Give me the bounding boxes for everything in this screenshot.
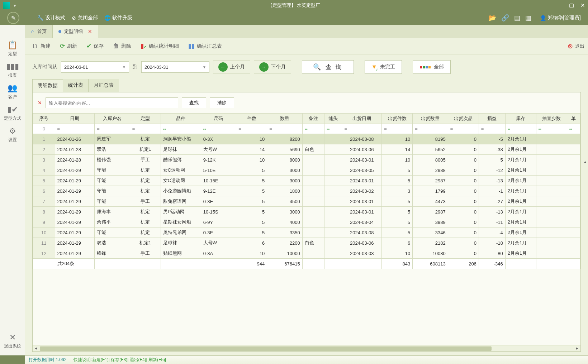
filter-cell[interactable]: = — [236, 124, 267, 134]
tab-detail-data[interactable]: 明细数据 — [32, 79, 63, 92]
filter-cell[interactable]: = — [479, 124, 505, 134]
statusbar: 打开数据用时:1.062 快捷说明:新建(F1)| 保存(F3)| 退出(F4)… — [25, 355, 588, 364]
filter-cell[interactable]: 0 — [33, 124, 55, 134]
close-circle-icon: ⊗ — [568, 42, 573, 50]
tab-home[interactable]: ⌂首页 — [25, 25, 53, 38]
minimize-button[interactable]: — — [557, 2, 563, 9]
new-button[interactable]: 🗋新建 — [29, 40, 54, 52]
tab-close-icon[interactable]: ✕ — [88, 29, 92, 34]
close-button[interactable]: ✕ — [580, 2, 585, 9]
sidebar-shaping[interactable]: 📋定型 — [0, 38, 25, 59]
app-menu-dropdown[interactable]: ▾ — [14, 3, 16, 8]
tab-monthly[interactable]: 月汇总表 — [88, 79, 119, 92]
table-row[interactable]: 62024-01-29守能机定小兔游园博船9-12E518002024-03-0… — [33, 186, 580, 196]
table-row[interactable]: 72024-01-29守能手工甜兔密语网0-3E545002024-03-015… — [33, 196, 580, 207]
design-mode-button[interactable]: 🔧设计模式 — [37, 15, 65, 21]
scroll-thumb[interactable] — [40, 346, 492, 351]
data-grid[interactable]: 序号日期入库户名定型品种尺码件数数量备注缝头出货日期出货件数出货数量出货次品损益… — [33, 113, 580, 345]
col-header[interactable]: 抽查少数 — [536, 114, 567, 124]
col-header[interactable]: 数量 — [267, 114, 302, 124]
sidebar-customer[interactable]: 👥客户 — [0, 81, 25, 102]
query-button[interactable]: 🔍查 询 — [302, 60, 354, 74]
table-row[interactable]: 92024-01-29余伟平机定星期袜女网船6-9Y540002024-03-0… — [33, 217, 580, 227]
scroll-left-icon[interactable]: ◄ — [34, 346, 38, 350]
table-row[interactable]: 42024-01-29守能机定女C运动网5-10E530002024-03-05… — [33, 165, 580, 176]
grid-icon[interactable]: ▦ — [525, 14, 531, 22]
scroll-right-icon[interactable]: ► — [575, 346, 579, 350]
tab-detail[interactable]: 定型明细✕ — [53, 25, 98, 38]
search-bar: ✕ 查找 清除 — [33, 92, 580, 113]
col-header[interactable]: 入库户名 — [95, 114, 130, 124]
filter-cell-excel[interactable]: ▫▫ — [302, 124, 324, 134]
table-row[interactable]: 122024-01-29锋锋手工贴纸熊网0-3A10100002024-03-0… — [33, 248, 580, 259]
table-row[interactable]: 102024-01-29守能机定奥特兄弟网0-3E533502024-03-08… — [33, 227, 580, 238]
user-info[interactable]: 👤郑钢华[管理员] — [540, 15, 581, 21]
table-row[interactable]: 22024-01-28双浩机定1足球袜大号W145690白色2024-03-06… — [33, 144, 580, 155]
filter-cell[interactable]: = — [342, 124, 382, 134]
search-input[interactable] — [46, 97, 178, 108]
all-button[interactable]: 全部 — [413, 60, 451, 74]
col-header[interactable]: 尺码 — [201, 114, 236, 124]
col-header[interactable]: 件数 — [236, 114, 267, 124]
filter-cell-excel[interactable]: ▫▫ — [567, 124, 580, 134]
col-header[interactable]: 缝头 — [324, 114, 342, 124]
clear-x-icon[interactable]: ✕ — [38, 100, 42, 106]
filter-cell[interactable]: = — [382, 124, 413, 134]
col-header[interactable]: 品种 — [161, 114, 201, 124]
date-to-input[interactable]: 2024-03-31▼ — [141, 61, 209, 73]
clear-button[interactable]: 清除 — [210, 97, 234, 108]
filter-cell-excel[interactable]: ▫▫ — [324, 124, 342, 134]
prev-month-button[interactable]: ←上个月 — [213, 61, 250, 73]
tab-stats[interactable]: 统计表 — [63, 79, 89, 92]
filter-cell-excel[interactable]: ▫▫ — [201, 124, 236, 134]
maximize-button[interactable]: ▢ — [569, 2, 574, 9]
filter-cell[interactable]: = — [95, 124, 130, 134]
col-header[interactable]: 序号 — [33, 114, 55, 124]
table-row[interactable]: 52024-01-29守能机定女C运动网10-15E530002024-03-0… — [33, 176, 580, 186]
col-header[interactable]: 定型 — [130, 114, 161, 124]
filter-cell[interactable]: = — [55, 124, 95, 134]
filter-cell[interactable]: = — [448, 124, 479, 134]
col-header[interactable]: 日期 — [55, 114, 95, 124]
upgrade-button[interactable]: 🌐软件升级 — [104, 15, 132, 21]
filter-cell-excel[interactable]: ▫▫ — [161, 124, 201, 134]
exit-button[interactable]: ⊗退出 — [568, 42, 584, 50]
table-row[interactable]: 12024-01-26周建军机定洞洞早安小熊0-3X1082002024-03-… — [33, 134, 580, 144]
filter-cell[interactable]: = — [130, 124, 161, 134]
col-header[interactable]: 出货日期 — [342, 114, 382, 124]
col-header[interactable]: 出货数量 — [413, 114, 448, 124]
folder-icon[interactable]: 📂 — [488, 14, 496, 22]
col-header[interactable]: 库存 — [505, 114, 536, 124]
close-all-button[interactable]: ⊘关闭全部 — [72, 15, 98, 21]
col-header[interactable]: 出货件数 — [382, 114, 413, 124]
data-tabs: 明细数据 统计表 月汇总表 — [32, 79, 581, 92]
find-button[interactable]: 查找 — [182, 97, 206, 108]
link-icon[interactable]: 🔗 — [501, 14, 509, 22]
confirm-detail-button[interactable]: ▮✔确认统计明细 — [137, 40, 182, 52]
table-row[interactable]: 82024-01-29康海丰机定男P运动网10-15S530002024-03-… — [33, 207, 580, 217]
sidebar-exit[interactable]: ✕退出系统 — [0, 330, 25, 352]
filter-cell-excel[interactable]: ▫▫ — [505, 124, 536, 134]
filter-cell[interactable]: = — [267, 124, 302, 134]
col-header[interactable]: 备注 — [302, 114, 324, 124]
date-from-input[interactable]: 2024-03-01▼ — [61, 61, 129, 73]
table-row[interactable]: 112024-01-29双浩机定1足球袜大号W62200白色2024-03-06… — [33, 238, 580, 248]
filter-cell-excel[interactable]: ▫▫ — [536, 124, 567, 134]
incomplete-button[interactable]: ▼未完工 — [365, 60, 402, 74]
col-header[interactable]: 出货次品 — [448, 114, 479, 124]
delete-button[interactable]: 🗑删除 — [109, 40, 135, 52]
sidebar-method[interactable]: ▮✔定型方式 — [0, 102, 25, 124]
col-header[interactable]: 损益 — [479, 114, 505, 124]
horizontal-scrollbar[interactable]: ◄ ► — [33, 345, 580, 351]
sidebar-settings[interactable]: ⚙设置 — [0, 124, 25, 145]
book-icon[interactable]: ▤ — [514, 14, 520, 22]
table-row[interactable]: 32024-01-28楼伟强手工酷乐熊薄9-12K1080002024-03-0… — [33, 155, 580, 165]
filter-cell[interactable]: = — [413, 124, 448, 134]
shortcut-hint: 快捷说明:新建(F1)| 保存(F3)| 退出(F4)| 刷新(F5)| — [74, 357, 166, 363]
refresh-button[interactable]: ⟳刷新 — [56, 40, 81, 52]
confirm-summary-button[interactable]: ▮▮确认汇总表 — [185, 40, 226, 52]
save-button[interactable]: ✔保存 — [83, 40, 107, 52]
col-header[interactable]: 单 — [567, 114, 580, 124]
sidebar-report[interactable]: ▮▮▮报表 — [0, 59, 25, 81]
next-month-button[interactable]: →下个月 — [254, 61, 291, 73]
